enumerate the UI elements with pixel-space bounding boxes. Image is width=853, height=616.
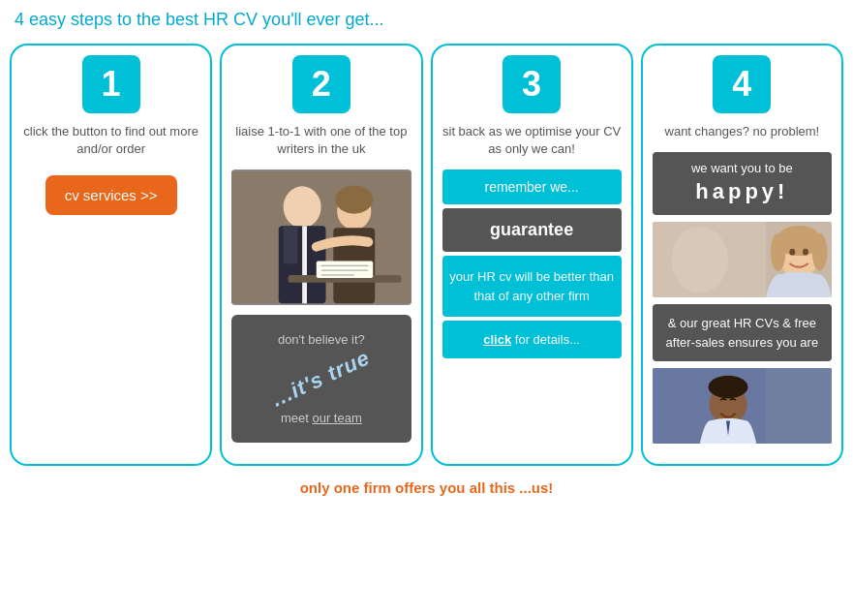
footer-text: only one firm offers you all this ...us!: [10, 479, 843, 496]
meeting-photo: [231, 169, 411, 305]
happy-pre-text: we want you to be: [658, 160, 826, 177]
svg-point-16: [771, 233, 786, 271]
remember-box: remember we...: [442, 169, 622, 204]
svg-point-25: [708, 376, 747, 398]
woman-photo: [653, 221, 832, 298]
step2-number: 2: [292, 55, 350, 113]
step3-number: 3: [503, 55, 561, 113]
steps-container: 1 click the button to find out more and/…: [10, 44, 843, 466]
step2-desc: liaise 1-to-1 with one of the top writer…: [231, 123, 411, 158]
svg-point-1: [284, 187, 321, 229]
dont-believe-text: don't believe it?: [241, 324, 401, 354]
svg-point-7: [336, 186, 374, 214]
svg-rect-3: [284, 227, 298, 264]
click-details-box: click for details...: [442, 321, 622, 358]
svg-rect-26: [766, 368, 832, 444]
click-after-text: for details...: [511, 332, 580, 347]
click-link[interactable]: click: [483, 332, 511, 347]
step3-column: 3 sit back as we optimise your CV as onl…: [431, 44, 633, 466]
man-photo: [653, 367, 832, 445]
step1-desc: click the button to find out more and/or…: [21, 123, 200, 158]
step1-number: 1: [82, 55, 140, 113]
svg-point-19: [803, 249, 808, 256]
our-great-box: & our great HR CVs & free after-sales en…: [653, 304, 832, 361]
step2-dark-section: don't believe it? ...it's true meet our …: [231, 315, 411, 443]
step1-column: 1 click the button to find out more and/…: [10, 44, 212, 466]
step4-column: 4 want changes? no problem! we want you …: [641, 44, 843, 466]
our-team-link[interactable]: our team: [312, 411, 361, 425]
step4-number: 4: [713, 55, 771, 113]
svg-point-17: [812, 233, 828, 271]
cv-services-button[interactable]: cv services >>: [46, 175, 177, 215]
meet-our-team-text: meet our team: [241, 403, 401, 433]
svg-rect-4: [302, 227, 307, 304]
happy-word: happy!: [658, 177, 826, 207]
step4-desc: want changes? no problem!: [665, 123, 820, 140]
better-box: your HR cv will be better than that of a…: [442, 256, 622, 317]
guarantee-box: guarantee: [442, 208, 622, 252]
svg-point-21: [671, 227, 728, 293]
page-title: 4 easy steps to the best HR CV you'll ev…: [10, 10, 843, 30]
step2-column: 2 liaise 1-to-1 with one of the top writ…: [220, 44, 422, 466]
happy-box: we want you to be happy!: [653, 152, 832, 215]
svg-point-18: [789, 249, 795, 256]
step3-desc: sit back as we optimise your CV as only …: [442, 123, 622, 158]
